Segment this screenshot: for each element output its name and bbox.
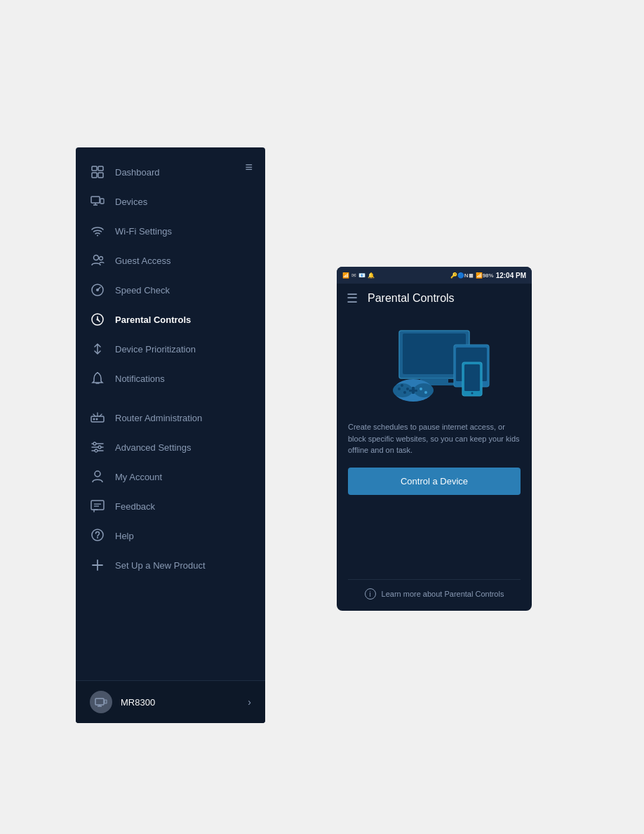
- learn-more-label: Learn more about Parental Controls: [382, 590, 504, 598]
- svg-point-58: [401, 384, 403, 387]
- svg-point-10: [100, 257, 103, 260]
- sidebar-item-feedback[interactable]: Feedback: [76, 491, 265, 521]
- svg-point-62: [420, 388, 422, 390]
- svg-point-30: [95, 449, 98, 452]
- svg-point-28: [93, 442, 96, 445]
- sidebar-item-router[interactable]: Router Administration: [76, 403, 265, 432]
- sidebar-label-setup: Set Up a New Product: [115, 560, 206, 571]
- sidebar-label-wifi: Wi-Fi Settings: [115, 226, 172, 237]
- learn-more-section[interactable]: i Learn more about Parental Controls: [348, 579, 521, 600]
- sidebar-item-setup[interactable]: Set Up a New Product: [76, 550, 265, 580]
- priority-icon: [90, 341, 105, 357]
- control-device-button[interactable]: Control a Device: [348, 468, 521, 495]
- hamburger-menu-icon[interactable]: ☰: [347, 291, 358, 306]
- wifi-icon: [90, 223, 105, 239]
- svg-rect-3: [98, 173, 103, 178]
- sidebar-label-notifications: Notifications: [115, 373, 165, 384]
- device-illustration: [348, 320, 521, 411]
- sidebar-item-parental[interactable]: Parental Controls: [76, 305, 265, 334]
- svg-point-8: [97, 235, 98, 237]
- svg-point-59: [406, 388, 409, 390]
- sidebar-item-advanced[interactable]: Advanced Settings: [76, 432, 265, 462]
- description-text: Create schedules to pause internet acces…: [348, 421, 521, 456]
- svg-point-57: [403, 391, 406, 394]
- guest-icon: [90, 253, 105, 268]
- sidebar-label-parental: Parental Controls: [115, 315, 191, 325]
- svg-rect-51: [464, 364, 480, 391]
- help-icon: [90, 528, 105, 543]
- advanced-settings-icon: [90, 439, 105, 455]
- svg-point-52: [471, 392, 474, 395]
- svg-rect-4: [91, 197, 100, 203]
- sidebar-label-speed: Speed Check: [115, 285, 170, 296]
- sidebar-label-devices: Devices: [115, 197, 147, 207]
- svg-line-13: [98, 287, 100, 290]
- svg-point-56: [398, 388, 401, 390]
- sidebar-label-priority: Device Prioritization: [115, 344, 196, 355]
- add-icon: [90, 557, 105, 573]
- sidebar-label-guest: Guest Access: [115, 256, 170, 266]
- sidebar-item-dashboard[interactable]: Dashboard: [76, 157, 265, 187]
- status-time: 12:04 PM: [496, 272, 526, 279]
- svg-rect-42: [105, 700, 107, 703]
- svg-rect-61: [409, 390, 417, 392]
- menu-toggle-icon[interactable]: ≡: [245, 160, 253, 175]
- sidebar-item-speed[interactable]: Speed Check: [76, 275, 265, 305]
- sidebar-label-router: Router Administration: [115, 413, 202, 423]
- sidebar-item-account[interactable]: My Account: [76, 462, 265, 491]
- svg-rect-2: [92, 173, 97, 178]
- svg-point-23: [93, 418, 95, 421]
- chevron-right-icon: ›: [248, 696, 251, 708]
- sidebar-label-dashboard: Dashboard: [115, 167, 160, 178]
- device-avatar: [90, 691, 112, 713]
- sidebar: ≡ Dashboard: [76, 147, 265, 723]
- router-icon: [90, 410, 105, 425]
- svg-point-29: [98, 446, 101, 449]
- info-icon: i: [365, 588, 376, 600]
- sidebar-label-help: Help: [115, 531, 134, 541]
- sidebar-label-account: My Account: [115, 472, 162, 482]
- sidebar-item-priority[interactable]: Device Prioritization: [76, 334, 265, 364]
- svg-point-9: [94, 256, 99, 260]
- sidebar-item-devices[interactable]: Devices: [76, 187, 265, 216]
- phone-header: ☰ Parental Controls: [337, 284, 532, 313]
- sidebar-label-feedback: Feedback: [115, 501, 155, 512]
- svg-point-35: [92, 529, 103, 541]
- status-bar: 📶 ✉ 📧 🔔 🔑🔵N◼ 📶98% 12:04 PM: [337, 267, 532, 284]
- phone-page-title: Parental Controls: [368, 292, 455, 305]
- svg-point-24: [96, 418, 98, 421]
- svg-point-31: [95, 471, 100, 477]
- sidebar-label-advanced: Advanced Settings: [115, 442, 191, 453]
- svg-rect-32: [91, 501, 104, 510]
- phone-content: Create schedules to pause internet acces…: [337, 313, 532, 611]
- sidebar-item-notifications[interactable]: Notifications: [76, 364, 265, 393]
- svg-point-15: [97, 319, 99, 321]
- status-left-icons: 📶 ✉ 📧 🔔: [342, 272, 375, 279]
- svg-rect-39: [95, 699, 104, 705]
- svg-point-36: [97, 537, 98, 538]
- svg-rect-1: [98, 166, 103, 171]
- sidebar-item-guest[interactable]: Guest Access: [76, 246, 265, 275]
- feedback-icon: [90, 498, 105, 514]
- sidebar-item-help[interactable]: Help: [76, 521, 265, 550]
- parental-icon: [90, 312, 105, 327]
- dashboard-icon: [90, 164, 105, 180]
- bell-icon: [90, 371, 105, 386]
- svg-rect-7: [100, 199, 104, 204]
- svg-point-63: [424, 391, 427, 394]
- devices-icon: [90, 194, 105, 209]
- account-icon: [90, 469, 105, 484]
- phone-panel: 📶 ✉ 📧 🔔 🔑🔵N◼ 📶98% 12:04 PM ☰ Parental Co…: [337, 267, 532, 611]
- device-name: MR8300: [121, 697, 248, 708]
- speed-icon: [90, 282, 105, 298]
- svg-rect-0: [92, 166, 97, 171]
- sidebar-item-wifi[interactable]: Wi-Fi Settings: [76, 216, 265, 246]
- device-row[interactable]: MR8300 ›: [76, 680, 265, 723]
- status-right-info: 🔑🔵N◼ 📶98% 12:04 PM: [450, 272, 526, 279]
